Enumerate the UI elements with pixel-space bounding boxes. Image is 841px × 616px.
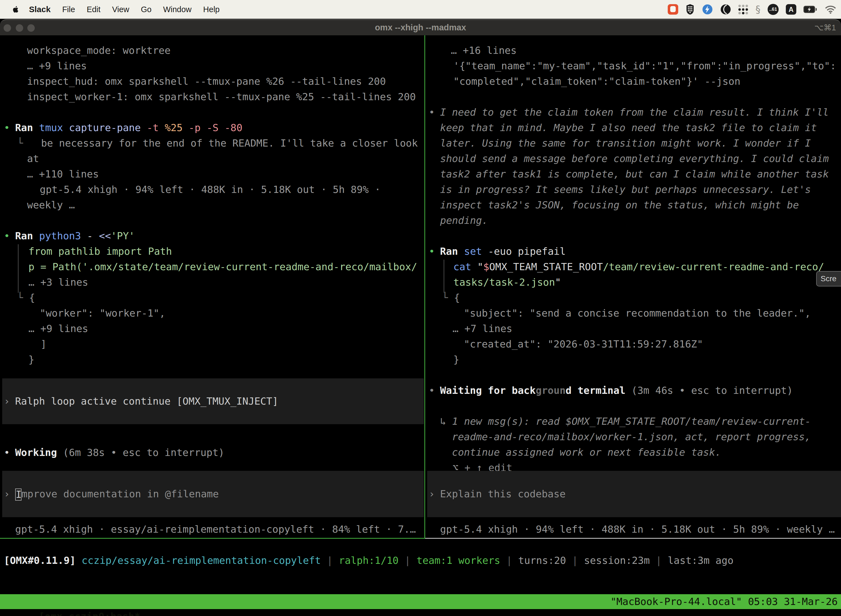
thinking-line: task2 after task1 is complete, but can I… xyxy=(427,166,841,182)
prompt-input-left[interactable]: ›Improve documentation in @filename xyxy=(2,471,424,517)
menu-item-edit[interactable]: Edit xyxy=(86,5,100,14)
window-title-bar: omx --xhigh --madmax ⌥⌘1 xyxy=(0,19,841,35)
output-line: weekly … xyxy=(2,197,424,213)
terminal-line: '{"team_name":"my-team","task_id":"1","f… xyxy=(427,58,841,74)
placeholder-text: mprove documentation in @filename xyxy=(22,488,219,500)
terminal-line: inspect_worker-1: omx sparkshell --tmux-… xyxy=(2,89,424,105)
dots-grid-icon[interactable] xyxy=(738,4,748,14)
battery-icon[interactable] xyxy=(803,6,817,13)
omx-turns: turns:20 xyxy=(518,555,566,566)
right-pane-bottom-border xyxy=(425,538,841,539)
output-elbow: └ xyxy=(17,292,23,303)
command-line-set: •Ranset -euo pipefail xyxy=(427,244,841,259)
model-status-line-left: gpt-5.4 xhigh · essay/ai-reimplementatio… xyxy=(2,522,424,537)
command-name: set xyxy=(464,246,482,257)
output-line: └ { xyxy=(2,290,424,305)
terminal-window: omx --xhigh --madmax ⌥⌘1 workspace_mode:… xyxy=(0,19,841,616)
terminal-line: inspect_hud: omx sparkshell --tmux-pane … xyxy=(2,74,424,89)
output-line: … +7 lines xyxy=(427,321,841,336)
tmux-host-clock: "MacBook-Pro-44.local" 05:03 31-Mar-26 xyxy=(610,594,838,609)
working-bullet: • xyxy=(4,447,10,458)
terminal-body: workspace_mode: worktree … +9 lines insp… xyxy=(0,35,841,616)
prompt-input-line: ›Explain this codebase xyxy=(427,486,566,502)
terminal-line: workspace_mode: worktree xyxy=(2,43,424,58)
output-line: └ be necessary for the end of the README… xyxy=(2,135,424,151)
omx-repo: cczip/essay/ai-reimplementation-copyleft xyxy=(82,555,321,566)
thinking-line: inspect task2's JSON, focusing on the st… xyxy=(427,197,841,213)
blank-line xyxy=(427,398,841,414)
placeholder-text: Explain this codebase xyxy=(440,488,566,500)
inject-message-box[interactable]: ›Ralph loop active continue [OMX_TMUX_IN… xyxy=(2,378,424,424)
working-label: Working xyxy=(15,447,57,458)
prompt-chevron: › xyxy=(429,488,435,500)
output-elbow: └ xyxy=(17,138,23,149)
apple-icon[interactable] xyxy=(12,6,19,13)
thinking-line: is in progress? It seems likely but perh… xyxy=(427,182,841,197)
thinking-bullet: • xyxy=(429,107,435,118)
omx-ralph-counter: ralph:1/10 xyxy=(339,555,399,566)
menu-item-file[interactable]: File xyxy=(62,5,75,14)
terminal-line: … +16 lines xyxy=(427,43,841,58)
prompt-input-right[interactable]: ›Explain this codebase xyxy=(427,471,841,517)
waiting-bullet: • xyxy=(429,385,435,396)
command-flags: -p -S -80 xyxy=(183,122,243,133)
left-pane-bottom-border xyxy=(0,538,424,539)
squiggle-icon[interactable]: § xyxy=(756,4,760,15)
working-timer: (6m 38s • esc to interrupt) xyxy=(57,447,224,458)
code-line: … +3 lines xyxy=(2,274,424,290)
screen-overlay-button[interactable]: Scre xyxy=(816,271,841,286)
crescent-icon[interactable] xyxy=(720,4,731,15)
thinking-line: should send a message before completing … xyxy=(427,151,841,166)
mailbox-notice-line: readme-and-reco/mailbox/worker-1.json, a… xyxy=(427,429,841,444)
command-subcommand: capture-pane xyxy=(63,122,141,133)
menu-item-window[interactable]: Window xyxy=(163,5,192,14)
menu-item-view[interactable]: View xyxy=(112,5,129,14)
blank-line xyxy=(427,228,841,244)
ran-label: Ran xyxy=(15,122,33,133)
menu-item-go[interactable]: Go xyxy=(141,5,151,14)
thinking-line: •I need to get the claim token from the … xyxy=(427,105,841,120)
tmux-session-name: [omx-cczip0:bash* xyxy=(36,611,140,616)
output-elbow: └ xyxy=(442,292,448,303)
command-name: tmux xyxy=(39,122,63,133)
wifi-icon[interactable] xyxy=(825,5,837,14)
count-badge-icon[interactable]: ..61 xyxy=(768,4,779,15)
a-app-icon[interactable]: A xyxy=(786,4,796,15)
chat-notification-icon[interactable] xyxy=(668,4,678,15)
command-bullet: • xyxy=(4,122,10,133)
return-arrow-icon: ↳ xyxy=(440,416,446,427)
prompt-chevron: › xyxy=(4,488,10,500)
command-target: %25 xyxy=(159,122,183,133)
chat-bubble-shape xyxy=(670,6,676,12)
menu-app-name[interactable]: Slack xyxy=(29,5,50,14)
omx-team-counter: team:1 workers xyxy=(417,555,500,566)
model-status-line-right: gpt-5.4 xhigh · 94% left · 488K in · 5.1… xyxy=(427,522,841,537)
menu-status-icons: § ..61 A xyxy=(668,4,837,15)
output-line: gpt-5.4 xhigh · 94% left · 488K in · 5.1… xyxy=(2,182,424,197)
terminal-line: … +9 lines xyxy=(2,58,424,74)
speedtest-bolt-icon[interactable] xyxy=(702,4,713,15)
output-line: "subject": "send a concise recommendatio… xyxy=(427,305,841,321)
omx-status-bar: [OMX#0.11.9] cczip/essay/ai-reimplementa… xyxy=(4,553,841,568)
shield-grid-icon[interactable] xyxy=(686,4,695,15)
prompt-input-line: ›Improve documentation in @filename xyxy=(2,486,219,502)
cat-command: cat xyxy=(453,261,471,273)
output-line: └ { xyxy=(427,290,841,305)
text-cursor: I xyxy=(15,488,22,501)
mailbox-notice-line: continue assigned work or next feasible … xyxy=(427,444,841,460)
code-line: tasks/task-2.json" xyxy=(427,274,841,290)
command-bullet: • xyxy=(4,230,10,242)
tmux-status-bar: [omx-cczip0:bash* "MacBook-Pro-44.local"… xyxy=(0,594,841,609)
omx-version: [OMX#0.11.9] xyxy=(4,555,76,566)
terminal-line: "completed","claim_token":"claim-token"}… xyxy=(427,74,841,89)
ran-label: Ran xyxy=(15,230,33,242)
output-line: … +9 lines xyxy=(2,321,424,336)
omx-session-time: session:23m xyxy=(584,555,649,566)
menu-item-help[interactable]: Help xyxy=(203,5,220,14)
command-bullet: • xyxy=(429,246,435,257)
battery-cap xyxy=(816,8,817,11)
waiting-status-line: •Waiting for background terminal (3m 46s… xyxy=(427,383,841,398)
output-line: } xyxy=(427,352,841,367)
blank-line xyxy=(427,89,841,105)
output-line: ] xyxy=(2,336,424,352)
